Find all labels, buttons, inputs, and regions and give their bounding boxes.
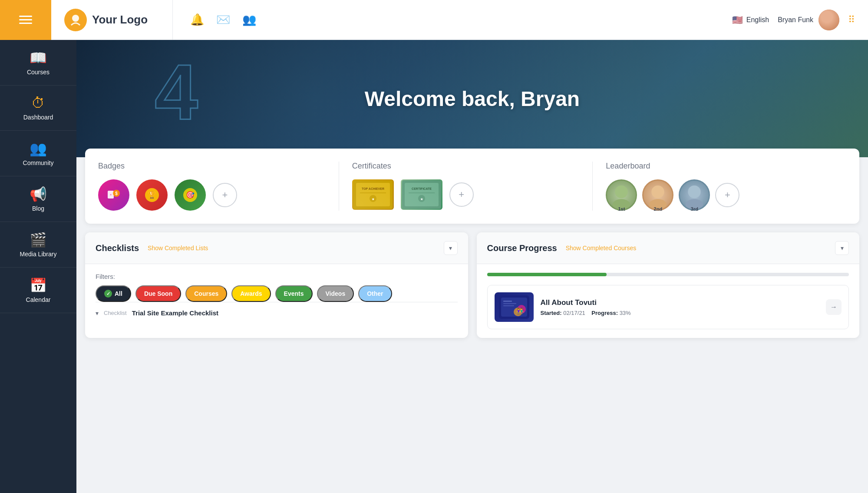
sidebar-item-community[interactable]: 👥 Community bbox=[0, 131, 76, 176]
show-completed-lists-link[interactable]: Show Completed Lists bbox=[148, 245, 208, 251]
plus-icon: + bbox=[222, 189, 228, 201]
checklist-type: Checklist bbox=[104, 310, 127, 316]
course-title: All About Tovuti bbox=[541, 298, 842, 307]
svg-text:🎯: 🎯 bbox=[186, 191, 195, 199]
blog-icon: 📢 bbox=[30, 186, 47, 202]
svg-point-19 bbox=[418, 195, 425, 202]
leaderboard-2nd[interactable]: 2nd bbox=[642, 179, 673, 211]
header-nav-icons: 🔔 ✉️ 👥 bbox=[173, 13, 719, 26]
sidebar-item-media-library[interactable]: 🎬 Media Library bbox=[0, 222, 76, 268]
badge-2[interactable]: 🏆 bbox=[136, 179, 168, 211]
filter-videos[interactable]: Videos bbox=[317, 285, 354, 302]
svg-rect-29 bbox=[503, 301, 512, 302]
mail-icon[interactable]: ✉️ bbox=[216, 13, 230, 26]
badges-title: Badges bbox=[98, 162, 326, 171]
svg-text:★: ★ bbox=[372, 198, 375, 201]
badge-3[interactable]: 🎯 bbox=[175, 179, 206, 211]
courses-icon: 📖 bbox=[30, 50, 47, 66]
checklist-chevron-icon[interactable]: ▾ bbox=[96, 310, 99, 317]
add-certificate-button[interactable]: + bbox=[449, 182, 474, 207]
lb-rank-2: 2nd bbox=[654, 206, 663, 212]
svg-point-0 bbox=[72, 15, 79, 22]
course-meta: Started: 02/17/21 Progress: 33% bbox=[541, 310, 842, 316]
course-progress-header: Course Progress Show Completed Courses ▾ bbox=[477, 232, 860, 264]
filter-courses[interactable]: Courses bbox=[185, 285, 227, 302]
user-name: Bryan Funk bbox=[778, 16, 813, 24]
hero-title: Welcome back, Bryan bbox=[365, 87, 580, 111]
leaderboard-1st[interactable]: 1st bbox=[606, 179, 637, 211]
certificate-2[interactable]: CERTIFICATE ★ bbox=[401, 179, 442, 210]
badge-1[interactable]: $+ bbox=[98, 179, 129, 211]
sidebar-label-media-library: Media Library bbox=[20, 251, 57, 258]
badges-items: $+ 🏆 🎯 + bbox=[98, 179, 326, 211]
certificate-1[interactable]: TOP ACHIEVER ★ bbox=[352, 179, 394, 210]
svg-text:CERTIFICATE: CERTIFICATE bbox=[412, 187, 432, 190]
svg-rect-12 bbox=[360, 192, 386, 193]
community-icon: 👥 bbox=[30, 140, 47, 157]
show-completed-courses-link[interactable]: Show Completed Courses bbox=[566, 245, 637, 251]
hamburger-menu[interactable] bbox=[0, 0, 51, 40]
badges-section: Badges $+ 🏆 🎯 + bbox=[98, 162, 339, 211]
course-arrow-button[interactable]: → bbox=[826, 299, 842, 315]
sidebar-label-blog: Blog bbox=[32, 205, 44, 212]
add-leaderboard-button[interactable]: + bbox=[715, 183, 739, 207]
filter-other[interactable]: Other bbox=[358, 285, 392, 302]
svg-text:★: ★ bbox=[420, 198, 423, 201]
summary-cards: Badges $+ 🏆 🎯 + bbox=[85, 149, 859, 224]
sidebar-label-calendar: Calendar bbox=[26, 296, 51, 303]
svg-rect-18 bbox=[409, 192, 435, 193]
checklists-header: Checklists Show Completed Lists ▾ bbox=[85, 232, 468, 264]
certificates-items: TOP ACHIEVER ★ CERTIFICA bbox=[352, 179, 580, 210]
checklists-panel: Checklists Show Completed Lists ▾ Filter… bbox=[85, 232, 468, 338]
add-badge-button[interactable]: + bbox=[213, 183, 237, 207]
sidebar-item-courses[interactable]: 📖 Courses bbox=[0, 40, 76, 86]
main-layout: 📖 Courses ⏱ Dashboard 👥 Community 📢 Blog… bbox=[0, 40, 868, 493]
logo-area: Your Logo bbox=[51, 0, 173, 40]
filter-due-soon[interactable]: Due Soon bbox=[135, 285, 181, 302]
user-profile[interactable]: Bryan Funk bbox=[778, 10, 839, 30]
course-card[interactable]: 👫 All About Tovuti Started: 02/17/21 Pro… bbox=[487, 285, 849, 329]
check-icon: ✓ bbox=[104, 290, 112, 298]
language-selector[interactable]: 🇺🇸 English bbox=[732, 15, 769, 25]
sidebar-item-dashboard[interactable]: ⏱ Dashboard bbox=[0, 86, 76, 131]
checklists-body: Filters: ✓ All Due Soon Courses bbox=[85, 264, 468, 332]
logo-text: Your Logo bbox=[92, 13, 148, 26]
course-progress-panel: Course Progress Show Completed Courses ▾ bbox=[477, 232, 860, 338]
logo-icon bbox=[64, 9, 87, 31]
filter-events[interactable]: Events bbox=[275, 285, 313, 302]
checklist-name[interactable]: Trial Site Example Checklist bbox=[132, 309, 218, 317]
course-progress-body: 👫 All About Tovuti Started: 02/17/21 Pro… bbox=[477, 264, 860, 338]
grid-icon[interactable]: ⠿ bbox=[848, 14, 855, 26]
media-library-icon: 🎬 bbox=[30, 232, 47, 248]
course-progress-collapse-button[interactable]: ▾ bbox=[835, 241, 849, 255]
sidebar-item-calendar[interactable]: 📅 Calendar bbox=[0, 268, 76, 313]
certificates-section: Certificates TOP ACHIEVER ★ bbox=[339, 162, 593, 211]
filter-awards[interactable]: Awards bbox=[231, 285, 271, 302]
sidebar-label-dashboard: Dashboard bbox=[23, 114, 53, 121]
lb-rank-1: 1st bbox=[618, 206, 625, 212]
svg-text:TOP ACHIEVER: TOP ACHIEVER bbox=[362, 187, 384, 190]
filter-all[interactable]: ✓ All bbox=[96, 285, 131, 302]
leaderboard-title: Leaderboard bbox=[606, 162, 833, 171]
lb-rank-3: 3rd bbox=[691, 206, 698, 212]
header: Your Logo 🔔 ✉️ 👥 🇺🇸 English Bryan Funk ⠿ bbox=[0, 0, 868, 40]
course-info: All About Tovuti Started: 02/17/21 Progr… bbox=[541, 298, 842, 316]
progress-bar-fill bbox=[487, 273, 607, 276]
svg-text:👫: 👫 bbox=[516, 308, 524, 315]
leaderboard-3rd[interactable]: 3rd bbox=[679, 179, 710, 211]
svg-rect-9 bbox=[353, 180, 393, 209]
course-progress-title: Course Progress bbox=[487, 243, 557, 253]
checklists-collapse-button[interactable]: ▾ bbox=[444, 241, 458, 255]
svg-rect-15 bbox=[402, 180, 441, 209]
checklists-title: Checklists bbox=[96, 243, 139, 253]
leaderboard-section: Leaderboard 1st bbox=[593, 162, 846, 211]
main-content: 4 Welcome back, Bryan Badges $+ 🏆 bbox=[76, 40, 868, 493]
filters-label: Filters: bbox=[96, 273, 458, 280]
sidebar-item-blog[interactable]: 📢 Blog bbox=[0, 176, 76, 222]
bell-icon[interactable]: 🔔 bbox=[190, 13, 204, 26]
users-icon[interactable]: 👥 bbox=[242, 13, 256, 26]
sidebar-label-courses: Courses bbox=[27, 69, 50, 76]
svg-text:$: $ bbox=[115, 191, 118, 196]
svg-rect-10 bbox=[356, 183, 390, 206]
course-started: 02/17/21 bbox=[563, 310, 585, 316]
